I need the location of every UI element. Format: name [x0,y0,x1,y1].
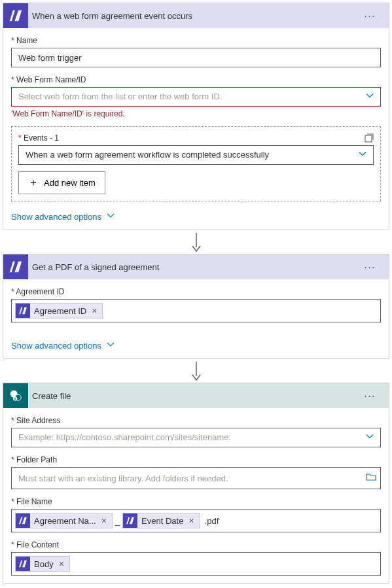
connector-arrow [3,230,389,254]
token-label: Event Date [141,516,183,526]
step-createfile-header[interactable]: S Create file [3,383,389,408]
webform-label: Web Form Name/ID [11,75,381,84]
connector-arrow [3,359,389,383]
webform-dropdown[interactable]: Select web form from the list or enter t… [11,87,381,107]
step-trigger-title: When a web form agreement event occurs [32,11,359,21]
webform-error: 'Web Form Name/ID' is required. [11,109,381,118]
add-item-label: Add new item [44,178,96,188]
token-label: Body [34,559,54,569]
webform-field: Web Form Name/ID Select web form from th… [11,75,381,118]
token-body[interactable]: Body × [15,556,70,572]
step-getpdf-card: Get a PDF of a signed agreement Agreemen… [3,254,389,359]
step-getpdf-title: Get a PDF of a signed agreement [32,262,359,272]
file-content-field: File Content Body × [11,540,381,576]
advanced-options-link[interactable]: Show advanced options [3,207,122,230]
file-content-label: File Content [11,540,381,549]
events-box: Events - 1 When a web form agreement wor… [11,126,381,201]
svg-rect-0 [365,135,372,142]
adobe-icon [123,513,137,528]
folder-browse-icon[interactable] [366,472,376,484]
token-remove-icon[interactable]: × [186,515,196,526]
adobe-icon [16,557,30,571]
folder-path-input[interactable]: Must start with an existing library. Add… [11,467,381,489]
name-field: Name [11,36,381,67]
site-address-label: Site Address [11,416,381,425]
agreement-id-field: Agreement ID Agreement ID × [11,287,381,322]
more-icon[interactable] [359,7,381,26]
file-name-field: File Name Agreement Na... × _ Event Date… [11,497,381,532]
add-item-button[interactable]: ＋ Add new item [18,171,105,194]
webform-placeholder: Select web form from the list or enter t… [18,92,222,101]
token-label: Agreement Na... [34,516,96,526]
agreement-id-input[interactable]: Agreement ID × [11,299,381,322]
chevron-down-icon [366,433,374,443]
file-name-input[interactable]: Agreement Na... × _ Event Date × .pdf [11,509,381,532]
file-content-input[interactable]: Body × [11,552,381,576]
token-label: Agreement ID [34,306,86,316]
chevron-down-icon [107,341,115,351]
step-trigger-card: When a web form agreement event occurs N… [3,3,389,230]
chevron-down-icon [366,92,374,102]
plus-icon: ＋ [28,176,39,190]
sharepoint-icon: S [3,383,28,408]
more-icon[interactable] [359,387,381,406]
array-toggle-icon[interactable] [363,133,374,147]
token-remove-icon[interactable]: × [56,559,67,569]
advanced-label: Show advanced options [11,212,101,222]
adobe-icon [16,303,30,318]
agreement-id-label: Agreement ID [11,287,381,296]
step-trigger-header[interactable]: When a web form agreement event occurs [3,3,389,28]
more-icon[interactable] [359,258,381,277]
step-createfile-title: Create file [32,391,359,401]
site-address-field: Site Address Example: https://contoso.sh… [11,416,381,447]
site-address-dropdown[interactable]: Example: https://contoso.sharepoint.com/… [11,428,381,447]
token-remove-icon[interactable]: × [89,305,99,316]
token-remove-icon[interactable]: × [99,515,109,526]
events-selected: When a web form agreement workflow is co… [26,150,269,160]
file-name-label: File Name [11,497,381,506]
events-dropdown[interactable]: When a web form agreement workflow is co… [18,145,374,165]
step-createfile-card: S Create file Site Address Example: http… [3,383,389,584]
name-input[interactable] [11,48,381,67]
name-label: Name [11,36,381,45]
chevron-down-icon [359,150,366,160]
adobe-icon [3,254,28,279]
events-label: Events - 1 [18,133,374,143]
token-agreement-id[interactable]: Agreement ID × [15,303,103,319]
filename-separator: _ [115,516,120,526]
advanced-options-link[interactable]: Show advanced options [3,336,122,358]
folder-path-placeholder: Must start with an existing library. Add… [14,474,228,483]
filename-suffix: .pdf [205,516,219,526]
chevron-down-icon [107,212,115,222]
folder-path-field: Folder Path Must start with an existing … [11,455,381,489]
step-getpdf-header[interactable]: Get a PDF of a signed agreement [3,254,389,279]
adobe-icon [16,513,30,528]
svg-text:S: S [14,398,16,401]
advanced-label: Show advanced options [11,341,101,351]
site-address-placeholder: Example: https://contoso.sharepoint.com/… [18,432,231,442]
token-agreement-name[interactable]: Agreement Na... × [15,513,113,528]
folder-path-label: Folder Path [11,455,381,464]
adobe-icon [3,3,28,28]
token-event-date[interactable]: Event Date × [122,513,200,528]
